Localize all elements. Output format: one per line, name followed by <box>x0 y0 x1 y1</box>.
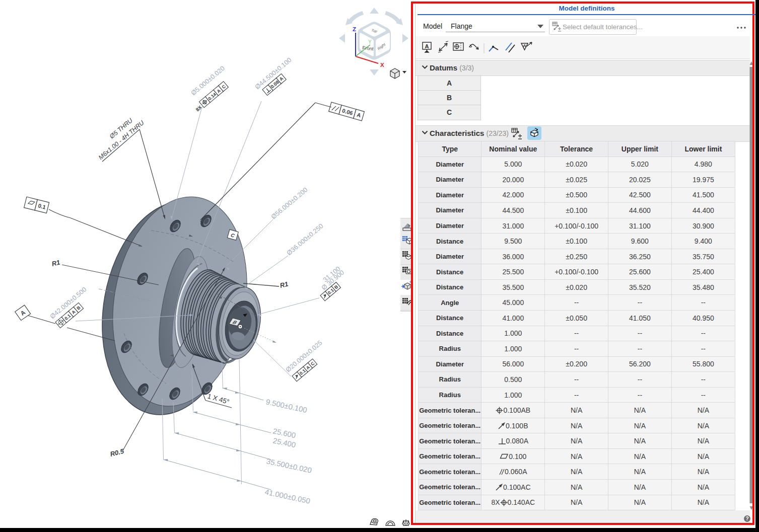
svg-text:Y: Y <box>368 39 372 45</box>
svg-text:9.500±0.100: 9.500±0.100 <box>265 397 308 414</box>
svg-text:R1: R1 <box>279 280 289 289</box>
svg-text:R0.5: R0.5 <box>109 447 125 458</box>
svg-text:41.000±0.050: 41.000±0.050 <box>264 487 311 505</box>
svg-text:Z: Z <box>353 26 356 32</box>
svg-text:Ø56.000±0.200: Ø56.000±0.200 <box>269 186 309 220</box>
svg-text:35.500±0.020: 35.500±0.020 <box>265 457 312 475</box>
svg-text:R1: R1 <box>51 258 61 268</box>
svg-text:Ø36.000±0.250: Ø36.000±0.250 <box>285 222 324 257</box>
svg-text:Front: Front <box>362 45 374 51</box>
svg-text:X: X <box>380 62 384 68</box>
